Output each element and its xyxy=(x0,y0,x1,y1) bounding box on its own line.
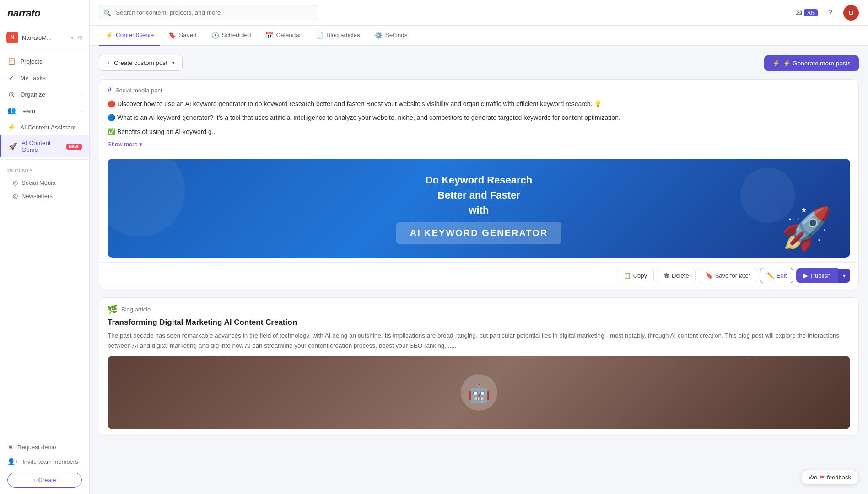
recent-icon: ◎ xyxy=(13,193,18,199)
tab-blog-articles[interactable]: 📄 Blog articles xyxy=(309,26,367,46)
bookmark-save-icon: 🔖 xyxy=(706,272,713,279)
social-post-card: # Social media post 🔴 Discover how to us… xyxy=(99,79,859,289)
chevron-right-icon: › xyxy=(81,108,82,113)
new-badge: New! xyxy=(66,144,82,150)
create-custom-post-button[interactable]: + Create custom post ▾ xyxy=(99,55,183,71)
clock-icon: 🕐 xyxy=(211,32,219,39)
blog-title: Transforming Digital Marketing AI Conten… xyxy=(99,318,858,331)
notification-badge: 705 xyxy=(804,9,818,16)
sidebar-item-label: AI Content Genie xyxy=(22,140,62,153)
publish-label: Publish xyxy=(811,272,830,279)
publish-play-icon: ▶ xyxy=(803,272,808,279)
sidebar-item-label: My Tasks xyxy=(20,75,82,81)
sidebar-item-projects[interactable]: 📋 Projects xyxy=(0,53,89,70)
team-icon: 👥 xyxy=(7,107,16,115)
mail-icon[interactable]: ✉ xyxy=(795,8,802,18)
sidebar-item-label: Projects xyxy=(20,58,82,65)
pencil-icon: ✏️ xyxy=(767,272,774,279)
recents-label: Recents xyxy=(0,161,89,176)
tab-calendar[interactable]: 📅 Calendar xyxy=(259,26,307,46)
edit-label: Edit xyxy=(776,272,787,279)
workspace-settings-icon[interactable]: ⚙ xyxy=(77,34,83,41)
blog-image-inner: 🤖 xyxy=(108,356,850,429)
workspace-chevron-icon: ▾ xyxy=(71,35,74,41)
blog-type-icon: 🌿 xyxy=(108,304,118,314)
plus-icon: + xyxy=(107,59,110,66)
search-bar: 🔍 xyxy=(99,5,318,20)
tab-saved[interactable]: 🔖 Saved xyxy=(162,26,203,46)
invite-team-label: Invite team members xyxy=(22,458,78,465)
feedback-button[interactable]: We ❤ feedback xyxy=(801,470,859,485)
sidebar-item-team[interactable]: 👥 Team › xyxy=(0,102,89,119)
heart-icon: ❤ xyxy=(819,474,825,481)
sidebar-nav: 📋 Projects ✓ My Tasks ◎ Organize › 👥 Tea… xyxy=(0,48,89,433)
monitor-icon: 🖥 xyxy=(7,443,14,451)
rocket-decoration: 🚀 xyxy=(781,205,832,253)
sidebar-item-ai-content-assistant[interactable]: ⚡ AI Content Assistant xyxy=(0,119,89,135)
tab-label: Settings xyxy=(385,32,408,38)
generate-more-posts-button[interactable]: ⚡ ⚡ Generate more posts xyxy=(764,55,859,71)
notification-area: ✉ 705 xyxy=(795,8,818,18)
invite-team-link[interactable]: 👤+ Invite team members xyxy=(7,454,82,469)
sidebar-item-my-tasks[interactable]: ✓ My Tasks xyxy=(0,70,89,86)
settings-icon: ⚙️ xyxy=(375,32,383,39)
search-icon: 🔍 xyxy=(103,9,111,16)
sidebar-item-ai-content-genie[interactable]: 🚀 AI Content Genie New! xyxy=(0,135,89,157)
post-line-1: 🔴 Discover how to use an AI keyword gene… xyxy=(108,99,850,109)
workspace-selector[interactable]: N NarratoM... ▾ ⚙ xyxy=(0,27,89,48)
blog-image: 🤖 xyxy=(108,356,850,429)
projects-icon: 📋 xyxy=(7,57,16,65)
tab-label: ContentGenie xyxy=(116,32,154,38)
sidebar-item-label: Team xyxy=(20,107,76,114)
workspace-avatar: N xyxy=(6,32,18,43)
copy-icon: 📋 xyxy=(624,272,631,279)
topbar-right: ✉ 705 ? U xyxy=(795,5,859,21)
publish-dropdown-button[interactable]: ▾ xyxy=(838,269,850,283)
chevron-down-icon: ▾ xyxy=(172,60,175,66)
toolbar-row: + Create custom post ▾ ⚡ ⚡ Generate more… xyxy=(99,55,859,71)
trash-icon: 🗑 xyxy=(663,272,669,279)
post-card-body: 🔴 Discover how to use an AI keyword gene… xyxy=(99,99,858,154)
show-more-link[interactable]: Show more ▾ xyxy=(108,141,142,148)
help-icon[interactable]: ? xyxy=(823,5,838,20)
bookmark-icon: 🔖 xyxy=(168,32,176,39)
image-subtitle: AI KEYWORD GENERATOR xyxy=(396,222,562,244)
copy-button[interactable]: 📋 Copy xyxy=(617,268,654,283)
article-icon: 📄 xyxy=(316,32,323,39)
chevron-right-icon: › xyxy=(81,92,82,97)
tab-scheduled[interactable]: 🕐 Scheduled xyxy=(205,26,258,46)
sidebar: narrato N NarratoM... ▾ ⚙ 📋 Projects ✓ M… xyxy=(0,0,90,494)
tasks-icon: ✓ xyxy=(7,74,16,82)
sidebar-item-label: AI Content Assistant xyxy=(20,124,82,131)
tab-content-genie[interactable]: ⚡ ContentGenie xyxy=(99,26,160,46)
delete-button[interactable]: 🗑 Delete xyxy=(657,268,696,283)
publish-main-button[interactable]: ▶ Publish xyxy=(796,268,838,283)
recent-newsletters[interactable]: ◎ Newsletters xyxy=(0,189,89,203)
create-button[interactable]: + Create xyxy=(7,473,82,488)
search-input[interactable] xyxy=(99,5,318,20)
post-type-label: Social media post xyxy=(115,87,162,94)
post-card-actions: 📋 Copy 🗑 Delete 🔖 Save for later ✏️ Edit xyxy=(99,262,858,289)
calendar-icon: 📅 xyxy=(265,32,273,39)
blog-type-label: Blog article xyxy=(121,306,151,313)
recent-social-media[interactable]: ◎ Social Media xyxy=(0,176,89,189)
tab-settings[interactable]: ⚙️ Settings xyxy=(368,26,414,46)
person-add-icon: 👤+ xyxy=(7,458,19,465)
request-demo-link[interactable]: 🖥 Request demo xyxy=(7,440,82,454)
user-avatar[interactable]: U xyxy=(843,5,859,21)
save-later-label: Save for later xyxy=(715,272,750,279)
bolt-icon: ⚡ xyxy=(772,59,780,67)
topbar: 🔍 ✉ 705 ? U xyxy=(90,0,868,26)
edit-button[interactable]: ✏️ Edit xyxy=(760,268,793,283)
bg-circle-1 xyxy=(108,159,185,236)
post-line-3: ✅ Benefits of using an AI keyword g.. xyxy=(108,127,850,137)
sidebar-item-organize[interactable]: ◎ Organize › xyxy=(0,86,89,102)
recent-icon: ◎ xyxy=(13,179,18,186)
delete-label: Delete xyxy=(672,272,689,279)
content-area: + Create custom post ▾ ⚡ ⚡ Generate more… xyxy=(90,46,868,494)
app-logo: narrato xyxy=(7,7,40,19)
save-for-later-button[interactable]: 🔖 Save for later xyxy=(699,268,757,283)
organize-icon: ◎ xyxy=(7,90,16,98)
image-title: Do Keyword Research Better and Faster wi… xyxy=(426,172,533,218)
robot-icon: 🤖 xyxy=(461,374,497,411)
